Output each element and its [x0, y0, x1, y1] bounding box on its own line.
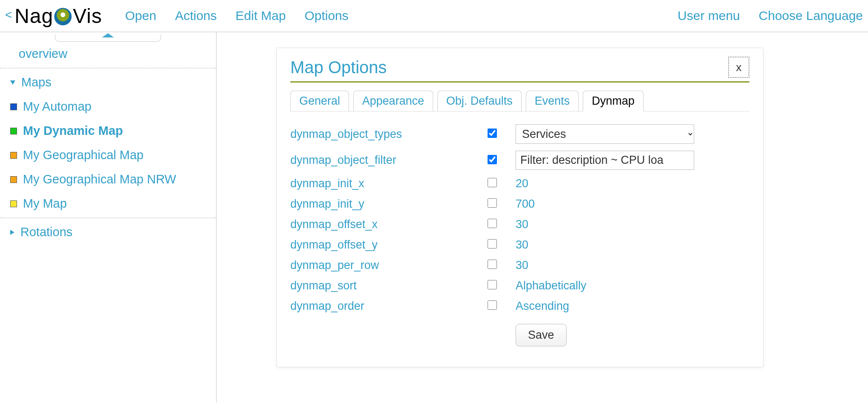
- override-checkbox[interactable]: [488, 239, 497, 249]
- override-checkbox[interactable]: [488, 280, 497, 289]
- sidebar-rotations-label: Rotations: [20, 225, 73, 239]
- top-menu-right: User menu Choose Language: [678, 9, 863, 23]
- field-label: dynmap_order: [290, 300, 486, 313]
- logo-text-2: Vis: [73, 4, 102, 28]
- field-value: 30: [516, 218, 528, 231]
- dialog-title: Map Options: [290, 58, 387, 77]
- override-checkbox[interactable]: [488, 178, 497, 187]
- topbar: < Nag Vis Open Actions Edit Map Options …: [0, 0, 868, 32]
- top-menu: Open Actions Edit Map Options: [125, 9, 349, 23]
- menu-user-menu[interactable]: User menu: [678, 9, 740, 23]
- dynmap-object-filter-input[interactable]: [516, 151, 694, 170]
- field-label: dynmap_sort: [290, 279, 486, 292]
- map-preview-collapsed[interactable]: [55, 34, 161, 42]
- status-box-icon: [10, 128, 17, 134]
- override-checkbox[interactable]: [488, 219, 497, 228]
- override-checkbox[interactable]: [488, 129, 497, 138]
- status-box-icon: [10, 103, 17, 110]
- row-save: Save: [290, 316, 749, 350]
- sidebar-maps-header[interactable]: Maps: [0, 70, 216, 94]
- close-icon: x: [736, 61, 742, 74]
- row-dynmap-offset-y: dynmap_offset_y 30: [290, 234, 749, 255]
- tab-events[interactable]: Events: [526, 91, 579, 111]
- sidebar-map-geo[interactable]: My Geographical Map: [0, 143, 216, 167]
- dialog-tabs: General Appearance Obj. Defaults Events …: [290, 90, 749, 111]
- field-label: dynmap_init_y: [290, 197, 486, 211]
- row-dynmap-init-y: dynmap_init_y 700: [290, 194, 749, 214]
- dialog-header: Map Options x: [290, 57, 749, 83]
- map-options-dialog: Map Options x General Appearance Obj. De…: [276, 48, 763, 367]
- field-value: Ascending: [516, 300, 569, 313]
- logo-text-1: Nag: [14, 4, 53, 28]
- status-box-icon: [10, 200, 17, 207]
- field-value: Alphabetically: [516, 279, 587, 292]
- chevron-down-icon: [10, 80, 15, 85]
- tab-dynmap[interactable]: Dynmap: [583, 91, 644, 111]
- field-value: 700: [516, 197, 535, 211]
- row-dynmap-init-x: dynmap_init_x 20: [290, 173, 749, 194]
- sidebar-separator: [0, 217, 216, 218]
- sidebar-item-label: My Geographical Map NRW: [23, 172, 176, 186]
- logo[interactable]: Nag Vis: [14, 4, 112, 28]
- status-box-icon: [10, 152, 17, 159]
- sidebar-separator: [0, 68, 216, 69]
- dynmap-form: dynmap_object_types Services dynmap_obje…: [290, 121, 749, 350]
- sidebar-map-mymap[interactable]: My Map: [0, 191, 216, 216]
- close-button[interactable]: x: [728, 57, 749, 78]
- override-checkbox[interactable]: [488, 300, 497, 310]
- row-dynmap-offset-x: dynmap_offset_x 30: [290, 214, 749, 234]
- sidebar-map-geo-nrw[interactable]: My Geographical Map NRW: [0, 167, 216, 191]
- field-label: dynmap_offset_x: [290, 218, 486, 231]
- override-checkbox[interactable]: [488, 198, 497, 208]
- row-dynmap-per-row: dynmap_per_row 30: [290, 255, 749, 275]
- menu-open[interactable]: Open: [125, 9, 156, 23]
- row-dynmap-object-filter: dynmap_object_filter: [290, 147, 749, 173]
- field-label: dynmap_init_x: [290, 177, 486, 190]
- logo-swirl-icon: [54, 8, 72, 26]
- menu-options[interactable]: Options: [304, 9, 348, 23]
- sidebar-overview[interactable]: overview: [0, 42, 216, 66]
- row-dynmap-order: dynmap_order Ascending: [290, 296, 749, 316]
- status-box-icon: [10, 176, 17, 183]
- sidebar-item-label: My Geographical Map: [23, 148, 144, 162]
- field-label: dynmap_offset_y: [290, 238, 486, 252]
- field-value: 20: [516, 177, 528, 190]
- sidebar-item-label: My Map: [23, 197, 67, 211]
- field-value: 30: [516, 238, 528, 252]
- override-checkbox[interactable]: [488, 155, 497, 164]
- back-button[interactable]: <: [5, 8, 14, 23]
- sidebar-item-label: My Automap: [23, 100, 91, 114]
- sidebar-overview-label: overview: [19, 47, 67, 61]
- field-label: dynmap_object_types: [290, 128, 486, 141]
- override-checkbox[interactable]: [488, 260, 497, 269]
- sidebar: overview Maps My Automap My Dynamic Map …: [0, 32, 217, 403]
- row-dynmap-object-types: dynmap_object_types Services: [290, 121, 749, 147]
- menu-actions[interactable]: Actions: [175, 9, 217, 23]
- main: Map Options x General Appearance Obj. De…: [217, 32, 868, 403]
- sidebar-maps-label: Maps: [21, 75, 51, 89]
- menu-edit-map[interactable]: Edit Map: [235, 9, 286, 23]
- field-label: dynmap_object_filter: [290, 154, 486, 167]
- menu-choose-language[interactable]: Choose Language: [759, 9, 863, 23]
- layout: overview Maps My Automap My Dynamic Map …: [0, 32, 868, 403]
- tab-appearance[interactable]: Appearance: [353, 91, 433, 111]
- row-dynmap-sort: dynmap_sort Alphabetically: [290, 275, 749, 296]
- dynmap-object-types-select[interactable]: Services: [516, 124, 694, 144]
- field-value: 30: [516, 259, 528, 272]
- chevron-right-icon: [10, 230, 14, 235]
- tab-general[interactable]: General: [290, 91, 349, 111]
- sidebar-item-label: My Dynamic Map: [23, 124, 123, 138]
- field-label: dynmap_per_row: [290, 259, 486, 272]
- sidebar-rotations-header[interactable]: Rotations: [0, 220, 216, 244]
- tab-obj-defaults[interactable]: Obj. Defaults: [437, 91, 522, 111]
- sidebar-map-automap[interactable]: My Automap: [0, 94, 216, 119]
- save-button[interactable]: Save: [516, 324, 567, 346]
- sidebar-map-dynamic[interactable]: My Dynamic Map: [0, 119, 216, 143]
